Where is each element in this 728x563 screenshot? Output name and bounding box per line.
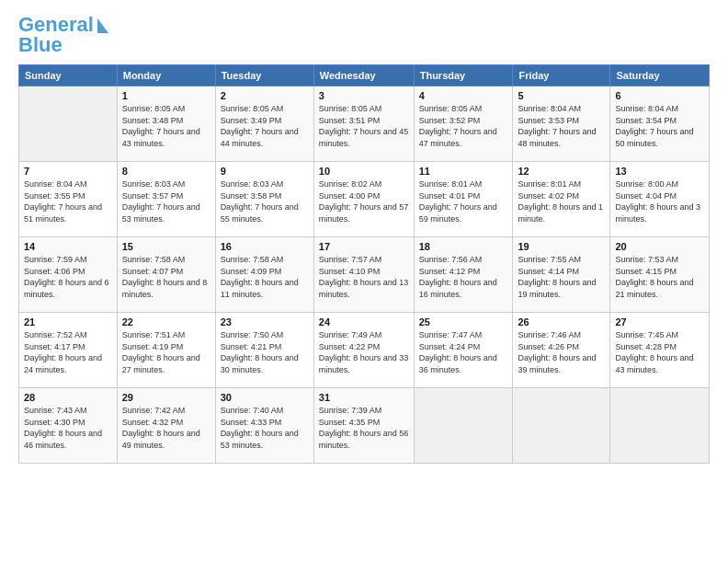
day-info: Sunrise: 8:04 AMSunset: 3:55 PMDaylight:…: [24, 178, 112, 224]
day-number: 31: [319, 392, 409, 403]
day-number: 2: [221, 90, 309, 101]
weekday-sunday: Sunday: [19, 65, 118, 86]
day-cell: [19, 86, 118, 162]
day-number: 11: [419, 166, 508, 177]
day-info: Sunrise: 7:56 AMSunset: 4:12 PMDaylight:…: [419, 254, 508, 300]
weekday-friday: Friday: [513, 65, 610, 86]
day-info: Sunrise: 7:43 AMSunset: 4:30 PMDaylight:…: [24, 405, 112, 451]
day-info: Sunrise: 7:57 AMSunset: 4:10 PMDaylight:…: [319, 254, 409, 300]
day-number: 4: [419, 90, 508, 101]
day-cell: [513, 388, 610, 464]
day-number: 29: [122, 392, 210, 403]
day-info: Sunrise: 7:53 AMSunset: 4:15 PMDaylight:…: [615, 254, 704, 300]
weekday-header-row: SundayMondayTuesdayWednesdayThursdayFrid…: [19, 65, 710, 86]
page: General Blue SundayMondayTuesdayWednesda…: [0, 0, 728, 473]
day-info: Sunrise: 7:47 AMSunset: 4:24 PMDaylight:…: [419, 329, 508, 375]
day-cell: 11Sunrise: 8:01 AMSunset: 4:01 PMDayligh…: [414, 162, 513, 237]
day-cell: 17Sunrise: 7:57 AMSunset: 4:10 PMDayligh…: [313, 237, 414, 313]
week-row-4: 21Sunrise: 7:52 AMSunset: 4:17 PMDayligh…: [19, 313, 710, 388]
day-cell: 19Sunrise: 7:55 AMSunset: 4:14 PMDayligh…: [513, 237, 610, 313]
logo: General Blue: [18, 15, 94, 55]
day-info: Sunrise: 8:05 AMSunset: 3:52 PMDaylight:…: [419, 103, 508, 149]
logo-text: General Blue: [18, 13, 94, 56]
day-cell: 15Sunrise: 7:58 AMSunset: 4:07 PMDayligh…: [117, 237, 215, 313]
week-row-2: 7Sunrise: 8:04 AMSunset: 3:55 PMDaylight…: [19, 162, 710, 237]
day-cell: 22Sunrise: 7:51 AMSunset: 4:19 PMDayligh…: [117, 313, 215, 388]
day-cell: 12Sunrise: 8:01 AMSunset: 4:02 PMDayligh…: [513, 162, 610, 237]
day-cell: 6Sunrise: 8:04 AMSunset: 3:54 PMDaylight…: [610, 86, 710, 162]
day-number: 15: [122, 241, 210, 252]
day-info: Sunrise: 8:05 AMSunset: 3:51 PMDaylight:…: [319, 103, 409, 149]
day-cell: 20Sunrise: 7:53 AMSunset: 4:15 PMDayligh…: [610, 237, 710, 313]
day-cell: 8Sunrise: 8:03 AMSunset: 3:57 PMDaylight…: [117, 162, 215, 237]
day-cell: 9Sunrise: 8:03 AMSunset: 3:58 PMDaylight…: [215, 162, 313, 237]
day-info: Sunrise: 8:04 AMSunset: 3:54 PMDaylight:…: [615, 103, 704, 149]
day-cell: 23Sunrise: 7:50 AMSunset: 4:21 PMDayligh…: [215, 313, 313, 388]
day-number: 27: [615, 316, 704, 327]
day-number: 23: [221, 316, 309, 327]
day-number: 14: [24, 241, 112, 252]
day-number: 20: [615, 241, 704, 252]
week-row-5: 28Sunrise: 7:43 AMSunset: 4:30 PMDayligh…: [19, 388, 710, 464]
logo-blue: Blue: [18, 33, 63, 56]
day-cell: 16Sunrise: 7:58 AMSunset: 4:09 PMDayligh…: [215, 237, 313, 313]
day-number: 7: [24, 166, 112, 177]
day-info: Sunrise: 8:02 AMSunset: 4:00 PMDaylight:…: [319, 178, 409, 224]
day-info: Sunrise: 7:55 AMSunset: 4:14 PMDaylight:…: [518, 254, 605, 300]
day-cell: 27Sunrise: 7:45 AMSunset: 4:28 PMDayligh…: [610, 313, 710, 388]
day-number: 25: [419, 316, 508, 327]
day-number: 30: [221, 392, 309, 403]
day-info: Sunrise: 8:03 AMSunset: 3:58 PMDaylight:…: [221, 178, 309, 224]
day-info: Sunrise: 7:50 AMSunset: 4:21 PMDaylight:…: [221, 329, 309, 375]
day-cell: 7Sunrise: 8:04 AMSunset: 3:55 PMDaylight…: [19, 162, 118, 237]
day-number: 18: [419, 241, 508, 252]
day-cell: 26Sunrise: 7:46 AMSunset: 4:26 PMDayligh…: [513, 313, 610, 388]
day-info: Sunrise: 7:39 AMSunset: 4:35 PMDaylight:…: [319, 405, 409, 451]
day-number: 16: [221, 241, 309, 252]
day-number: 6: [615, 90, 704, 101]
day-cell: 2Sunrise: 8:05 AMSunset: 3:49 PMDaylight…: [215, 86, 313, 162]
day-info: Sunrise: 7:40 AMSunset: 4:33 PMDaylight:…: [221, 405, 309, 451]
day-info: Sunrise: 7:42 AMSunset: 4:32 PMDaylight:…: [122, 405, 210, 451]
day-number: 24: [319, 316, 409, 327]
day-info: Sunrise: 8:00 AMSunset: 4:04 PMDaylight:…: [615, 178, 704, 224]
weekday-monday: Monday: [117, 65, 215, 86]
day-number: 28: [24, 392, 112, 403]
day-info: Sunrise: 8:05 AMSunset: 3:49 PMDaylight:…: [221, 103, 309, 149]
day-number: 1: [122, 90, 210, 101]
day-number: 21: [24, 316, 112, 327]
day-cell: [610, 388, 710, 464]
day-cell: 31Sunrise: 7:39 AMSunset: 4:35 PMDayligh…: [313, 388, 414, 464]
day-cell: 28Sunrise: 7:43 AMSunset: 4:30 PMDayligh…: [19, 388, 118, 464]
day-info: Sunrise: 7:58 AMSunset: 4:09 PMDaylight:…: [221, 254, 309, 300]
day-cell: 1Sunrise: 8:05 AMSunset: 3:48 PMDaylight…: [117, 86, 215, 162]
weekday-wednesday: Wednesday: [313, 65, 414, 86]
day-cell: [414, 388, 513, 464]
day-cell: 3Sunrise: 8:05 AMSunset: 3:51 PMDaylight…: [313, 86, 414, 162]
weekday-thursday: Thursday: [414, 65, 513, 86]
week-row-1: 1Sunrise: 8:05 AMSunset: 3:48 PMDaylight…: [19, 86, 710, 162]
day-info: Sunrise: 8:04 AMSunset: 3:53 PMDaylight:…: [518, 103, 605, 149]
day-number: 10: [319, 166, 409, 177]
day-number: 22: [122, 316, 210, 327]
day-cell: 24Sunrise: 7:49 AMSunset: 4:22 PMDayligh…: [313, 313, 414, 388]
day-cell: 18Sunrise: 7:56 AMSunset: 4:12 PMDayligh…: [414, 237, 513, 313]
day-number: 26: [518, 316, 605, 327]
weekday-saturday: Saturday: [610, 65, 710, 86]
day-info: Sunrise: 8:03 AMSunset: 3:57 PMDaylight:…: [122, 178, 210, 224]
day-cell: 21Sunrise: 7:52 AMSunset: 4:17 PMDayligh…: [19, 313, 118, 388]
day-number: 8: [122, 166, 210, 177]
day-cell: 10Sunrise: 8:02 AMSunset: 4:00 PMDayligh…: [313, 162, 414, 237]
calendar: SundayMondayTuesdayWednesdayThursdayFrid…: [18, 64, 710, 464]
day-info: Sunrise: 8:01 AMSunset: 4:01 PMDaylight:…: [419, 178, 508, 224]
week-row-3: 14Sunrise: 7:59 AMSunset: 4:06 PMDayligh…: [19, 237, 710, 313]
header: General Blue: [18, 15, 710, 55]
day-cell: 14Sunrise: 7:59 AMSunset: 4:06 PMDayligh…: [19, 237, 118, 313]
day-number: 13: [615, 166, 704, 177]
day-cell: 30Sunrise: 7:40 AMSunset: 4:33 PMDayligh…: [215, 388, 313, 464]
day-info: Sunrise: 7:52 AMSunset: 4:17 PMDaylight:…: [24, 329, 112, 375]
day-number: 5: [518, 90, 605, 101]
day-info: Sunrise: 7:58 AMSunset: 4:07 PMDaylight:…: [122, 254, 210, 300]
day-cell: 29Sunrise: 7:42 AMSunset: 4:32 PMDayligh…: [117, 388, 215, 464]
day-cell: 13Sunrise: 8:00 AMSunset: 4:04 PMDayligh…: [610, 162, 710, 237]
